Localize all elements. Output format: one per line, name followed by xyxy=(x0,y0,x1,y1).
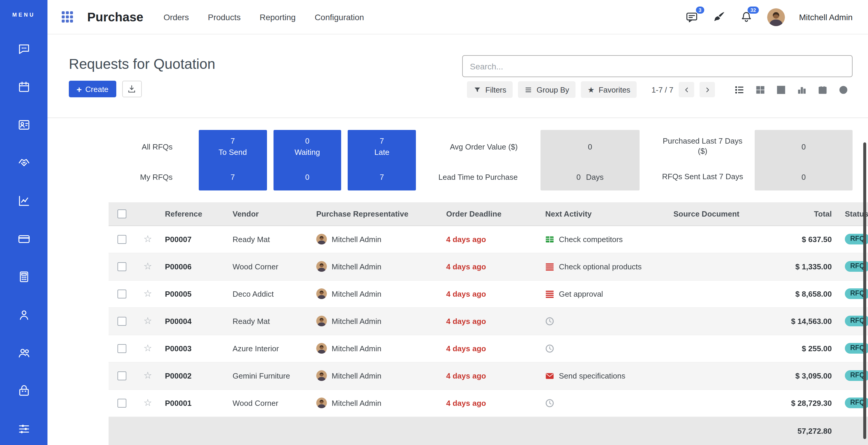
avatar-image xyxy=(767,8,785,26)
search-input[interactable] xyxy=(462,55,852,77)
table-row[interactable]: ☆ P00004 Ready Mat Mitchell Admin 4 days… xyxy=(108,307,868,335)
table-row[interactable]: ☆ P00007 Ready Mat Mitchell Admin 4 days… xyxy=(108,225,868,253)
select-all-checkbox-cell xyxy=(108,202,135,225)
pager-next-button[interactable] xyxy=(700,82,715,97)
table-row[interactable]: ☆ P00003 Azure Interior Mitchell Admin 4… xyxy=(108,335,868,362)
tile-late[interactable]: 7 Late 7 xyxy=(348,130,416,190)
lead-time-label: Lead Time to Purchase xyxy=(416,163,518,190)
cell-activity: Send specifications xyxy=(559,371,625,380)
favorite-star-icon[interactable]: ☆ xyxy=(144,343,152,353)
view-pivot-button[interactable] xyxy=(772,82,790,97)
sidebar-item-accounting[interactable] xyxy=(16,269,31,284)
user-avatar[interactable] xyxy=(767,8,785,26)
activity-clock-icon[interactable] xyxy=(545,344,554,353)
app-name[interactable]: Purchase xyxy=(87,10,143,24)
select-all-checkbox[interactable] xyxy=(118,210,126,219)
row-checkbox[interactable] xyxy=(118,317,126,326)
view-activity-button[interactable] xyxy=(834,82,852,97)
menu-products[interactable]: Products xyxy=(208,12,241,22)
pager-previous-button[interactable] xyxy=(679,82,694,97)
user-name[interactable]: Mitchell Admin xyxy=(799,12,852,22)
sidebar-item-purchase[interactable] xyxy=(16,383,31,398)
activity-clock-icon[interactable] xyxy=(545,317,554,325)
row-checkbox[interactable] xyxy=(118,235,126,244)
sidebar-item-members[interactable] xyxy=(16,345,31,359)
header-next-activity[interactable]: Next Activity xyxy=(540,202,669,225)
group-by-button[interactable]: Group By xyxy=(518,81,576,98)
menu-orders[interactable]: Orders xyxy=(163,12,189,22)
tile-to-send[interactable]: 7 To Send 7 xyxy=(199,130,267,190)
table-row[interactable]: ☆ P00006 Wood Corner Mitchell Admin 4 da… xyxy=(108,253,868,280)
view-kanban-button[interactable] xyxy=(751,82,770,97)
favorite-star-icon[interactable]: ☆ xyxy=(144,398,152,408)
sidebar-item-sales[interactable] xyxy=(16,193,31,208)
sidebar-item-settings[interactable] xyxy=(16,421,31,436)
vertical-scrollbar[interactable] xyxy=(863,142,866,439)
table-row[interactable]: ☆ P00001 Wood Corner Mitchell Admin 4 da… xyxy=(108,389,868,416)
cell-source xyxy=(669,389,775,416)
sidebar-item-calendar[interactable] xyxy=(16,80,31,94)
view-graph-button[interactable] xyxy=(793,82,811,97)
star-icon: ★ xyxy=(588,86,594,93)
favorite-star-icon[interactable]: ☆ xyxy=(144,370,152,380)
filters-label: Filters xyxy=(485,85,506,94)
cell-reference: P00005 xyxy=(160,280,228,307)
cell-deadline: 4 days ago xyxy=(441,280,540,307)
header-total[interactable]: Total xyxy=(775,202,837,225)
create-button[interactable]: + Create xyxy=(69,81,116,97)
apps-menu-icon[interactable] xyxy=(62,11,73,23)
header-reference[interactable]: Reference xyxy=(160,202,228,225)
tile-waiting[interactable]: 0 Waiting 0 xyxy=(273,130,341,190)
table-row[interactable]: ☆ P00002 Gemini Furniture Mitchell Admin… xyxy=(108,362,868,389)
menu-configuration[interactable]: Configuration xyxy=(315,12,364,22)
cell-rep: Mitchell Admin xyxy=(332,399,381,407)
header-star xyxy=(135,202,160,225)
favorite-star-icon[interactable]: ☆ xyxy=(144,234,152,244)
sidebar-item-crm[interactable] xyxy=(16,155,31,170)
row-checkbox[interactable] xyxy=(118,399,126,408)
late-label: Late xyxy=(374,148,390,157)
view-calendar-button[interactable] xyxy=(813,82,832,97)
header-vendor[interactable]: Vendor xyxy=(228,202,311,225)
favorite-star-icon[interactable]: ☆ xyxy=(144,316,152,326)
sidebar-item-contacts[interactable] xyxy=(16,118,31,132)
sidebar-item-discuss[interactable] xyxy=(16,41,31,56)
messages-button[interactable]: 3 xyxy=(685,10,698,24)
menu-reporting[interactable]: Reporting xyxy=(259,12,296,22)
list-view-icon xyxy=(735,85,745,95)
theme-brush-button[interactable] xyxy=(712,10,725,24)
app-sidebar: MENU xyxy=(0,0,48,445)
contacts-icon xyxy=(17,118,31,131)
row-checkbox[interactable] xyxy=(118,344,126,353)
sidebar-item-employees[interactable] xyxy=(16,307,31,322)
view-list-button[interactable] xyxy=(731,82,749,97)
activity-spreadsheet-icon[interactable] xyxy=(545,235,554,244)
export-button[interactable] xyxy=(122,81,142,97)
sidebar-item-point-of-sale[interactable] xyxy=(16,231,31,246)
my-rfqs-label[interactable]: My RFQs xyxy=(107,163,173,190)
filters-button[interactable]: Filters xyxy=(467,81,513,98)
activity-list-icon[interactable] xyxy=(545,289,554,298)
activity-clock-icon[interactable] xyxy=(545,399,554,407)
row-checkbox[interactable] xyxy=(118,372,126,380)
cell-source xyxy=(669,280,775,307)
favorite-star-icon[interactable]: ☆ xyxy=(144,261,152,271)
all-rfqs-label[interactable]: All RFQs xyxy=(107,130,173,163)
header-order-deadline[interactable]: Order Deadline xyxy=(441,202,540,225)
messages-badge: 3 xyxy=(696,6,704,14)
notifications-button[interactable]: 32 xyxy=(740,10,753,24)
table-row[interactable]: ☆ P00005 Deco Addict Mitchell Admin 4 da… xyxy=(108,280,868,307)
row-checkbox[interactable] xyxy=(118,262,126,271)
activity-list-icon[interactable] xyxy=(545,262,554,271)
favorite-star-icon[interactable]: ☆ xyxy=(144,288,152,298)
cell-activity: Get approval xyxy=(559,289,603,298)
activity-envelope-icon[interactable] xyxy=(545,371,554,380)
header-purchase-representative[interactable]: Purchase Representative xyxy=(311,202,441,225)
row-checkbox[interactable] xyxy=(118,290,126,298)
chevron-left-icon xyxy=(683,86,690,93)
cell-activity: Check competitors xyxy=(559,235,623,244)
header-source-document[interactable]: Source Document xyxy=(669,202,775,225)
avg-order-value: 0 xyxy=(588,142,592,151)
favorites-label: Favorites xyxy=(599,85,630,94)
favorites-button[interactable]: ★ Favorites xyxy=(581,81,637,98)
